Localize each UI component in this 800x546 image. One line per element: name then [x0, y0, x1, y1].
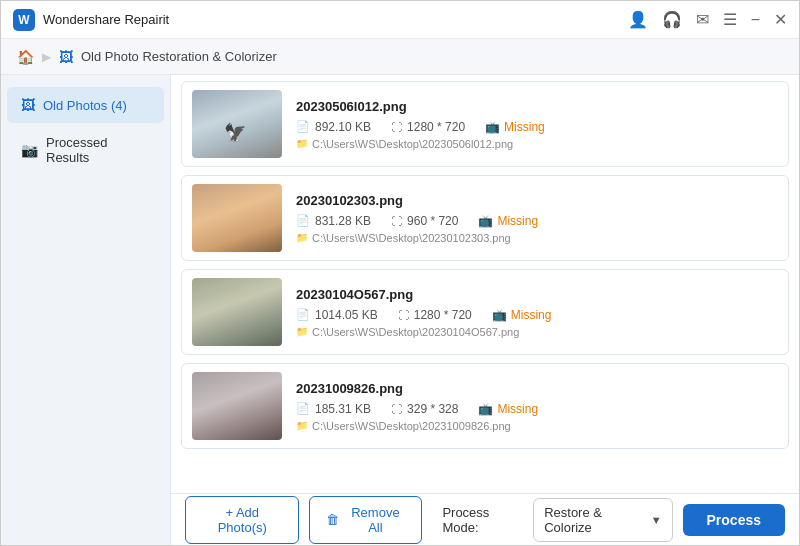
- file-size: 📄 831.28 KB: [296, 214, 371, 228]
- file-item: 20230104O567.png 📄 1014.05 KB ⛶ 1280 * 7…: [181, 269, 789, 355]
- file-name: 20230104O567.png: [296, 287, 778, 302]
- file-item: 20230102303.png 📄 831.28 KB ⛶ 960 * 720 …: [181, 175, 789, 261]
- folder-icon: 📁: [296, 138, 308, 149]
- file-path: 📁 C:\Users\WS\Desktop\20230506l012.png: [296, 138, 778, 150]
- sub-header: 🏠 ▶ 🖼 Old Photo Restoration & Colorizer: [1, 39, 799, 75]
- file-meta: 📄 831.28 KB ⛶ 960 * 720 📺 Missing: [296, 214, 778, 228]
- folder-icon: 📁: [296, 232, 308, 243]
- photo-restore-icon: 🖼: [59, 49, 73, 65]
- file-info: 20230102303.png 📄 831.28 KB ⛶ 960 * 720 …: [296, 193, 778, 244]
- sidebar-item-processed-results-label: Processed Results: [46, 135, 150, 165]
- file-status: 📺 Missing: [478, 214, 538, 228]
- title-bar-left: W Wondershare Repairit: [13, 9, 169, 31]
- file-size-icon: 📄: [296, 120, 310, 133]
- file-path: 📁 C:\Users\WS\Desktop\20230102303.png: [296, 232, 778, 244]
- file-size-icon: 📄: [296, 214, 310, 227]
- file-name: 20231009826.png: [296, 381, 778, 396]
- file-dimensions: ⛶ 1280 * 720: [398, 308, 472, 322]
- process-mode-value: Restore & Colorize: [544, 505, 644, 535]
- file-name: 20230506l012.png: [296, 99, 778, 114]
- file-status: 📺 Missing: [492, 308, 552, 322]
- file-name: 20230102303.png: [296, 193, 778, 208]
- status-icon: 📺: [492, 308, 507, 322]
- dimensions-icon: ⛶: [391, 403, 402, 415]
- file-size-icon: 📄: [296, 402, 310, 415]
- file-thumbnail: [192, 278, 282, 346]
- file-dimensions: ⛶ 329 * 328: [391, 402, 458, 416]
- close-icon[interactable]: ✕: [774, 10, 787, 29]
- app-logo: W: [13, 9, 35, 31]
- headset-icon[interactable]: 🎧: [662, 10, 682, 29]
- file-meta: 📄 1014.05 KB ⛶ 1280 * 720 📺 Missing: [296, 308, 778, 322]
- sub-header-title: Old Photo Restoration & Colorizer: [81, 49, 277, 64]
- sidebar-item-old-photos-label: Old Photos (4): [43, 98, 127, 113]
- app-title: Wondershare Repairit: [43, 12, 169, 27]
- dimensions-icon: ⛶: [391, 215, 402, 227]
- remove-all-button[interactable]: 🗑 Remove All: [309, 496, 422, 544]
- sidebar-item-old-photos[interactable]: 🖼 Old Photos (4): [7, 87, 164, 123]
- process-mode-label: Process Mode:: [442, 505, 523, 535]
- file-path: 📁 C:\Users\WS\Desktop\20230104O567.png: [296, 326, 778, 338]
- file-size: 📄 1014.05 KB: [296, 308, 378, 322]
- process-mode-select[interactable]: Restore & Colorize ▼: [533, 498, 672, 542]
- folder-icon: 📁: [296, 420, 308, 431]
- file-item: 20231009826.png 📄 185.31 KB ⛶ 329 * 328 …: [181, 363, 789, 449]
- sidebar-item-processed-results[interactable]: 📷 Processed Results: [7, 125, 164, 175]
- file-info: 20230506l012.png 📄 892.10 KB ⛶ 1280 * 72…: [296, 99, 778, 150]
- title-bar-controls: 👤 🎧 ✉ ☰ − ✕: [628, 10, 787, 29]
- file-size-icon: 📄: [296, 308, 310, 321]
- menu-icon[interactable]: ☰: [723, 10, 737, 29]
- file-size: 📄 185.31 KB: [296, 402, 371, 416]
- processed-results-icon: 📷: [21, 142, 38, 158]
- content-area: 20230506l012.png 📄 892.10 KB ⛶ 1280 * 72…: [171, 75, 799, 545]
- old-photos-icon: 🖼: [21, 97, 35, 113]
- file-thumbnail: [192, 372, 282, 440]
- file-meta: 📄 185.31 KB ⛶ 329 * 328 📺 Missing: [296, 402, 778, 416]
- bottom-bar: + Add Photo(s) 🗑 Remove All Process Mode…: [171, 493, 799, 545]
- status-icon: 📺: [485, 120, 500, 134]
- chevron-down-icon: ▼: [651, 514, 662, 526]
- file-info: 20230104O567.png 📄 1014.05 KB ⛶ 1280 * 7…: [296, 287, 778, 338]
- add-photos-button[interactable]: + Add Photo(s): [185, 496, 299, 544]
- title-bar: W Wondershare Repairit 👤 🎧 ✉ ☰ − ✕: [1, 1, 799, 39]
- file-dimensions: ⛶ 960 * 720: [391, 214, 458, 228]
- file-thumbnail: [192, 90, 282, 158]
- file-item: 20230506l012.png 📄 892.10 KB ⛶ 1280 * 72…: [181, 81, 789, 167]
- file-status: 📺 Missing: [485, 120, 545, 134]
- remove-icon: 🗑: [326, 512, 339, 527]
- main-area: 🖼 Old Photos (4) 📷 Processed Results 202…: [1, 75, 799, 545]
- folder-icon: 📁: [296, 326, 308, 337]
- user-icon[interactable]: 👤: [628, 10, 648, 29]
- file-meta: 📄 892.10 KB ⛶ 1280 * 720 📺 Missing: [296, 120, 778, 134]
- home-icon[interactable]: 🏠: [17, 49, 34, 65]
- dimensions-icon: ⛶: [398, 309, 409, 321]
- file-list: 20230506l012.png 📄 892.10 KB ⛶ 1280 * 72…: [171, 75, 799, 493]
- breadcrumb-separator: ▶: [42, 50, 51, 64]
- mail-icon[interactable]: ✉: [696, 10, 709, 29]
- file-thumbnail: [192, 184, 282, 252]
- file-size: 📄 892.10 KB: [296, 120, 371, 134]
- file-status: 📺 Missing: [478, 402, 538, 416]
- status-icon: 📺: [478, 402, 493, 416]
- status-icon: 📺: [478, 214, 493, 228]
- remove-all-label: Remove All: [345, 505, 405, 535]
- process-button[interactable]: Process: [683, 504, 785, 536]
- minimize-icon[interactable]: −: [751, 11, 760, 29]
- file-info: 20231009826.png 📄 185.31 KB ⛶ 329 * 328 …: [296, 381, 778, 432]
- sidebar: 🖼 Old Photos (4) 📷 Processed Results: [1, 75, 171, 545]
- file-path: 📁 C:\Users\WS\Desktop\20231009826.png: [296, 420, 778, 432]
- dimensions-icon: ⛶: [391, 121, 402, 133]
- file-dimensions: ⛶ 1280 * 720: [391, 120, 465, 134]
